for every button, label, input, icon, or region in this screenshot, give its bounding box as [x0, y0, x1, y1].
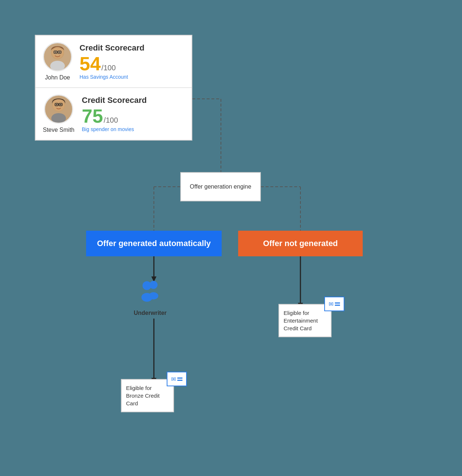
eligible-bronze-section: ✉ Eligible for Bronze Credit Card — [121, 379, 180, 412]
offer-not-box: Offer not generated — [238, 231, 363, 256]
steve-smith-score-line: 75 /100 — [82, 107, 147, 126]
steve-smith-scorecard-title: Credit Scorecard — [82, 96, 147, 105]
cards-panel: John Doe Credit Scorecard 54 /100 Has Sa… — [35, 35, 192, 141]
message-lines — [177, 378, 182, 381]
eligible-bronze-wrapper: ✉ Eligible for Bronze Credit Card — [121, 379, 180, 412]
underwriter-section: Underwriter — [134, 278, 167, 316]
envelope-icon: ✉ — [171, 376, 176, 383]
engine-label: Offer generation engine — [190, 183, 251, 190]
envelope-icon-2: ✉ — [329, 301, 333, 308]
steve-smith-score: 75 — [82, 107, 103, 126]
msg-line-1 — [177, 378, 182, 379]
svg-point-13 — [50, 61, 65, 70]
underwriter-icon — [138, 278, 162, 307]
msg-line-4 — [335, 305, 340, 306]
svg-rect-24 — [60, 104, 62, 105]
eligible-bronze-text: Eligible for Bronze Credit Card — [126, 385, 160, 406]
svg-rect-23 — [56, 104, 58, 105]
steve-smith-score-denom: /100 — [104, 116, 118, 124]
engine-box: Offer generation engine — [180, 172, 261, 201]
bronze-message-icon: ✉ — [167, 372, 187, 386]
steve-smith-avatar — [44, 94, 73, 124]
offer-not-text: Offer not generated — [263, 239, 338, 248]
msg-line-2 — [177, 380, 182, 381]
john-doe-score-tag: Has Savings Account — [80, 74, 144, 80]
steve-smith-info: Steve Smith — [43, 94, 74, 133]
john-doe-score-denom: /100 — [101, 64, 116, 72]
eligible-entertainment-wrapper: ✉ Eligible for Entertainment Credit Card — [278, 304, 337, 337]
svg-rect-16 — [59, 52, 60, 53]
underwriter-label: Underwriter — [134, 310, 167, 316]
svg-point-30 — [143, 281, 151, 290]
svg-point-31 — [141, 293, 152, 302]
john-doe-score-line: 54 /100 — [80, 54, 144, 73]
steve-smith-scorecard: Credit Scorecard 75 /100 Big spender on … — [82, 96, 147, 132]
eligible-entertainment-box: Eligible for Entertainment Credit Card — [278, 304, 332, 337]
eligible-entertainment-section: ✉ Eligible for Entertainment Credit Card — [278, 304, 337, 337]
john-doe-card: John Doe Credit Scorecard 54 /100 Has Sa… — [36, 36, 192, 88]
john-doe-info: John Doe — [43, 42, 72, 81]
offer-auto-text: Offer generated automatically — [97, 239, 211, 248]
steve-smith-score-tag: Big spender on movies — [82, 126, 147, 132]
john-doe-scorecard: Credit Scorecard 54 /100 Has Savings Acc… — [80, 43, 144, 80]
steve-smith-name: Steve Smith — [43, 127, 74, 133]
eligible-entertainment-text: Eligible for Entertainment Credit Card — [284, 310, 318, 331]
svg-point-21 — [51, 113, 66, 123]
message-lines-2 — [335, 302, 340, 306]
svg-rect-15 — [55, 52, 56, 53]
john-doe-avatar — [43, 42, 72, 71]
offer-auto-box: Offer generated automatically — [86, 231, 222, 256]
steve-smith-card: Steve Smith Credit Scorecard 75 /100 Big… — [36, 88, 192, 140]
entertainment-message-icon: ✉ — [324, 297, 344, 311]
john-doe-score: 54 — [80, 54, 101, 73]
diagram-container: John Doe Credit Scorecard 54 /100 Has Sa… — [0, 0, 462, 476]
eligible-bronze-box: Eligible for Bronze Credit Card — [121, 379, 174, 412]
msg-line-3 — [335, 302, 340, 304]
john-doe-scorecard-title: Credit Scorecard — [80, 43, 144, 53]
john-doe-name: John Doe — [45, 74, 70, 81]
